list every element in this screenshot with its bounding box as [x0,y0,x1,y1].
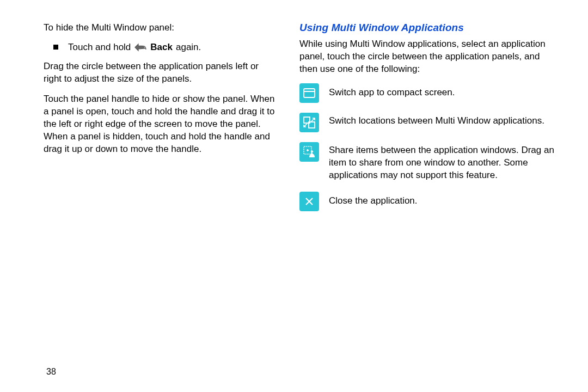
option-swap: Switch locations between Multi Window ap… [299,113,555,132]
share-icon [299,142,319,162]
option-share-text: Share items between the application wind… [329,142,555,182]
close-icon [299,192,319,211]
bullet-prefix: Touch and hold [68,42,131,53]
option-share: Share items between the application wind… [299,142,555,182]
back-icon [134,42,147,52]
bullet-bold: Back [150,42,173,53]
swap-icon [299,113,319,132]
bullet-suffix: again. [176,42,201,53]
left-column: To hide the Multi Window panel: Touch an… [44,22,294,376]
option-compact: Switch app to compact screen. [299,83,555,103]
right-intro: While using Multi Window applications, s… [299,38,555,76]
drag-circle-paragraph: Drag the circle between the application … [44,60,278,85]
hide-panel-intro: To hide the Multi Window panel: [44,22,278,34]
page-number: 38 [46,367,56,377]
compact-icon [299,83,319,103]
option-close: Close the application. [299,192,555,211]
bullet-item: Touch and hold Back again. [53,42,278,53]
bullet-square-icon [53,45,58,50]
option-close-text: Close the application. [329,195,418,207]
svg-rect-0 [304,89,315,97]
panel-handle-paragraph: Touch the panel handle to hide or show t… [44,93,278,156]
option-compact-text: Switch app to compact screen. [329,87,455,99]
bullet-text: Touch and hold Back again. [68,42,201,53]
section-heading: Using Multi Window Applications [299,22,555,34]
right-column: Using Multi Window Applications While us… [294,22,555,376]
option-swap-text: Switch locations between Multi Window ap… [329,113,544,127]
manual-page: To hide the Multi Window panel: Touch an… [0,0,588,392]
